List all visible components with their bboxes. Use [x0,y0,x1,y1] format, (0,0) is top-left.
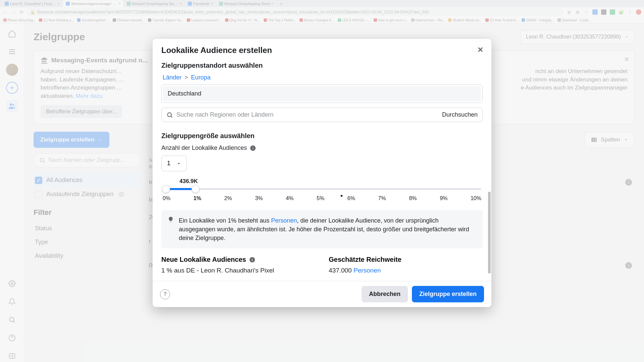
summary-row: Neue Lookalike Audiences i 1 % aus DE - … [161,256,483,274]
slider-tick: 0% [163,195,170,201]
new-audiences-heading: Neue Lookalike Audiences i [161,256,315,263]
audience-count-dropdown[interactable]: 1 [161,156,187,171]
modal-scrollbar[interactable] [488,79,491,284]
new-audience-value: 1 % aus DE - Leon R. Chaudhari's Pixel [161,267,315,274]
count-label: Anzahl der Lookalike Audiences i [161,144,483,152]
slider-tick: 10% [471,195,481,201]
slider-tick: 5% [317,195,324,201]
slider-ticks: 0%1%2%3%4%5%6%7%8%9%10% [163,195,481,201]
region-search[interactable]: Durchsuchen [161,108,483,122]
section-location-title: Zielgruppenstandort auswählen [161,62,483,69]
tip-box: Ein Lookalike von 1% besteht aus Persone… [161,210,483,248]
chevron-down-icon [176,161,181,166]
slider-tick: 2% [224,195,232,201]
crumb-countries[interactable]: Länder [163,74,181,81]
modal-footer: ? Abbrechen Zielgruppe erstellen [153,281,491,307]
slider-tick: 7% [378,195,386,201]
slider-track[interactable] [163,188,481,190]
help-icon[interactable]: ? [160,289,170,299]
percentage-slider[interactable]: 436.9K 0%1%2%3%4%5%6%7%8%9%10% [163,188,481,201]
slider-tick: 3% [255,195,263,201]
cursor: ▸ [341,193,343,198]
persons-link[interactable]: Personen [271,217,297,224]
location-box: Deutschland [161,84,483,103]
svg-point-13 [167,113,171,117]
slider-value-label: 436.9K [179,178,198,185]
reach-value: 437.000 Personen [329,267,483,274]
slider-thumb-end[interactable] [192,185,200,193]
region-search-input[interactable] [176,111,442,118]
slider-tick: 4% [286,195,293,201]
lookalike-modal: Lookalike Audience erstellen ✕ Zielgrupp… [153,39,491,307]
section-size-title: Zielgruppengröße auswählen [161,132,483,140]
dropdown-value: 1 [167,160,170,167]
location-chip[interactable]: Deutschland [163,86,481,101]
slider-tick: 8% [409,195,417,201]
slider-tick: 6% [347,195,355,201]
info-icon[interactable]: i [250,145,256,151]
slider-tick: 9% [440,195,447,201]
close-icon[interactable]: ✕ [475,44,486,56]
create-audience-button[interactable]: Zielgruppe erstellen [412,286,484,302]
crumb-europe[interactable]: Europa [191,74,211,81]
slider-thumb-start[interactable] [162,185,170,193]
info-icon[interactable]: i [250,257,255,262]
persons-link[interactable]: Personen [354,267,381,274]
search-icon [166,112,173,118]
breadcrumb: Länder > Europa [161,74,483,81]
cancel-button[interactable]: Abbrechen [362,286,408,302]
slider-tick: 1% [194,195,201,201]
reach-heading: Geschätzte Reichweite [329,256,483,263]
browse-link[interactable]: Durchsuchen [442,111,478,118]
modal-title: Lookalike Audience erstellen [161,46,272,55]
lightbulb-icon [167,216,174,242]
